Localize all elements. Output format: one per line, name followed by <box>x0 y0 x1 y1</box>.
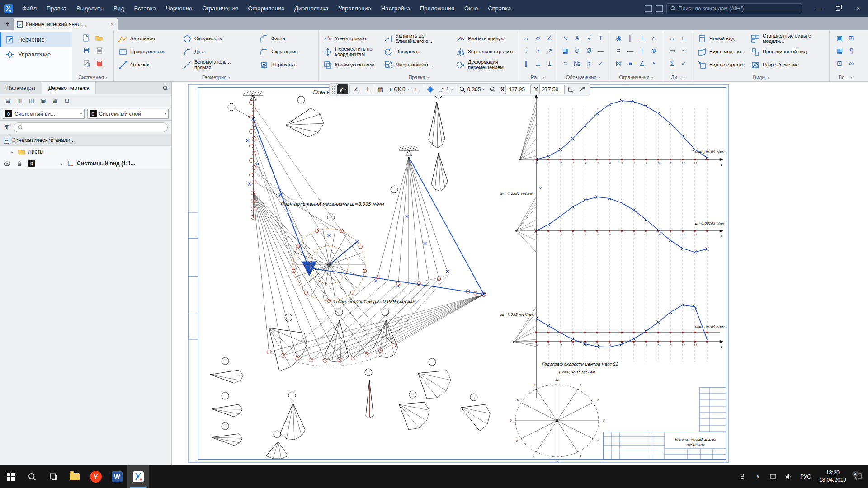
tool-mirror[interactable]: Зеркально отразить <box>454 45 517 58</box>
task-view-button[interactable] <box>42 465 64 488</box>
tool-chamfer[interactable]: Фаска <box>257 32 312 45</box>
menu-window[interactable]: Окно <box>459 0 483 17</box>
tree-search-input[interactable] <box>25 124 164 131</box>
group-insert-label[interactable]: Вс...▾ <box>830 73 861 81</box>
current-layer-select[interactable]: 0 Системный слой▾ <box>87 109 169 119</box>
current-view-select[interactable]: 0 Системный ви...▾ <box>3 109 85 119</box>
scale-select[interactable]: 1▾ <box>437 84 455 94</box>
tool-section-view[interactable]: Разрез/сечение <box>749 58 826 71</box>
tool-trim-curve[interactable]: Усечь кривую <box>321 32 382 45</box>
fix-icon[interactable]: ⊕ <box>648 45 660 56</box>
hidden-icons-button[interactable]: ∧ <box>750 474 765 479</box>
midpoint-icon[interactable]: • <box>648 57 660 69</box>
tool-arc[interactable]: Дуга <box>180 45 257 58</box>
ortho-mode-icon[interactable]: ⊥ <box>363 84 373 94</box>
clock[interactable]: 18:20 18.04.2019 <box>816 469 850 483</box>
insert-link-icon[interactable]: ∞ <box>845 57 857 69</box>
tolerance-dimension-icon[interactable]: ± <box>544 57 556 69</box>
people-button[interactable] <box>735 473 750 480</box>
action-center-button[interactable]: 4 <box>851 473 865 480</box>
lock-icon[interactable] <box>17 161 22 167</box>
panel-settings-gear-icon[interactable]: ⚙ <box>159 82 171 94</box>
parallel-icon[interactable]: ∥ <box>624 32 636 44</box>
volume-button[interactable] <box>781 473 796 480</box>
thumbnails-icon[interactable]: ▣ <box>38 95 49 106</box>
axis-line-icon[interactable]: — <box>595 45 607 56</box>
kompas-app-button[interactable] <box>127 465 149 488</box>
menu-insert[interactable]: Вставка <box>129 0 160 17</box>
tool-standard-views[interactable]: Стандартные виды с модели... <box>749 32 826 45</box>
position-mark-icon[interactable]: № <box>571 57 583 69</box>
toolbar-grip[interactable] <box>332 85 336 94</box>
document-properties-icon[interactable] <box>93 57 105 69</box>
tool-fillet[interactable]: Скругление <box>257 45 312 58</box>
tool-circle[interactable]: Окружность <box>180 32 257 45</box>
layout-windows-icon[interactable] <box>645 5 652 12</box>
group-dimensions-label[interactable]: Ра...▾ <box>519 73 557 81</box>
tab-drawing-tree[interactable]: Дерево чертежа <box>42 82 96 94</box>
taskbar-search-button[interactable] <box>21 465 42 488</box>
grid-view-icon[interactable]: ▦ <box>50 95 61 106</box>
group-views-label[interactable]: Виды▾ <box>693 73 829 81</box>
group-edit-label[interactable]: Правка▾ <box>319 73 519 81</box>
line-style-button[interactable]: ▾ <box>337 84 348 94</box>
collinear-icon[interactable]: ≡ <box>624 57 636 69</box>
menu-drawing[interactable]: Черчение <box>161 0 198 17</box>
linear-dimension-icon[interactable]: ↔ <box>520 32 532 44</box>
new-document-icon[interactable] <box>80 32 92 44</box>
tool-autoline[interactable]: Автолиния <box>116 32 180 45</box>
language-indicator[interactable]: РУС <box>797 474 815 480</box>
tool-scale[interactable]: Масштабиров... <box>382 58 454 71</box>
tool-hatch[interactable]: Штриховка <box>257 58 312 71</box>
symmetry-icon[interactable]: ⋈ <box>613 57 624 69</box>
tangent-icon[interactable]: ∩ <box>648 32 660 44</box>
new-tab-button[interactable]: + <box>2 18 14 30</box>
save-icon[interactable] <box>80 45 92 56</box>
tool-auxiliary-line[interactable]: Вспомогатель... прямая <box>180 58 257 71</box>
tool-projection-view[interactable]: Проекционный вид <box>749 45 826 58</box>
split-view-icon[interactable]: ◫ <box>26 95 37 106</box>
layers-view-icon[interactable]: ▥ <box>14 95 25 106</box>
word-button[interactable]: W <box>106 465 127 488</box>
tool-view-by-arrow[interactable]: Вид по стрелке <box>695 58 749 71</box>
tool-view-from-model[interactable]: Вид с модели... <box>695 45 749 58</box>
table-icon[interactable]: ▦ <box>560 45 571 56</box>
document-tab[interactable]: Кинематический анал... × <box>14 18 118 30</box>
group-system-label[interactable]: Системная▾ <box>72 73 113 81</box>
drawing-sheet[interactable]: 9812106711453213273511109876543211213121… <box>172 82 868 465</box>
close-button[interactable]: × <box>848 0 868 17</box>
print-icon[interactable] <box>93 45 105 56</box>
menu-layout[interactable]: Оформление <box>243 0 290 17</box>
menu-select[interactable]: Выделить <box>71 0 108 17</box>
text-icon[interactable]: T <box>595 32 607 44</box>
tree-item-sheets[interactable]: ▸ Листы <box>0 146 171 158</box>
zoom-in-icon[interactable] <box>487 84 497 94</box>
insert-fragment-icon[interactable]: ⊞ <box>845 32 857 44</box>
roughness-icon[interactable]: √ <box>583 32 595 44</box>
start-button[interactable] <box>0 465 21 488</box>
grid-icon[interactable]: ▦ <box>376 84 386 94</box>
snap-settings-icon[interactable] <box>425 84 435 94</box>
expand-arrow-icon[interactable]: ▸ <box>61 161 65 166</box>
group-designations-label[interactable]: Обозначения▾ <box>557 73 609 81</box>
leader-dimension-icon[interactable]: ↗ <box>544 45 556 56</box>
tree-search[interactable] <box>14 122 168 132</box>
yandex-browser-button[interactable]: Y <box>85 465 106 488</box>
tool-deform[interactable]: Деформация перемещением <box>454 58 517 71</box>
menu-settings[interactable]: Настройка <box>376 0 415 17</box>
insert-object-icon[interactable]: ⊡ <box>834 57 845 69</box>
radial-dimension-icon[interactable]: ∩ <box>532 45 544 56</box>
angle-snap-icon[interactable]: ∠ <box>351 84 361 94</box>
zoom-select[interactable]: 0.305▾ <box>458 84 486 94</box>
group-diagnostics-label[interactable]: Ди...▾ <box>663 73 693 81</box>
vertical-dimension-icon[interactable]: ↕ <box>520 45 532 56</box>
drawing-canvas[interactable]: 9812106711453213273511109876543211213121… <box>172 82 868 465</box>
filter-icon[interactable] <box>4 124 10 130</box>
vertical-icon[interactable]: | <box>636 45 648 56</box>
diameter-mark-icon[interactable]: Ø <box>583 45 595 56</box>
search-input[interactable] <box>679 5 798 12</box>
tab-parameters[interactable]: Параметры <box>0 82 42 94</box>
cascade-windows-icon[interactable] <box>656 5 663 12</box>
center-mark-icon[interactable]: ⊙ <box>571 45 583 56</box>
y-coordinate-value[interactable]: 277.59 <box>539 85 565 94</box>
